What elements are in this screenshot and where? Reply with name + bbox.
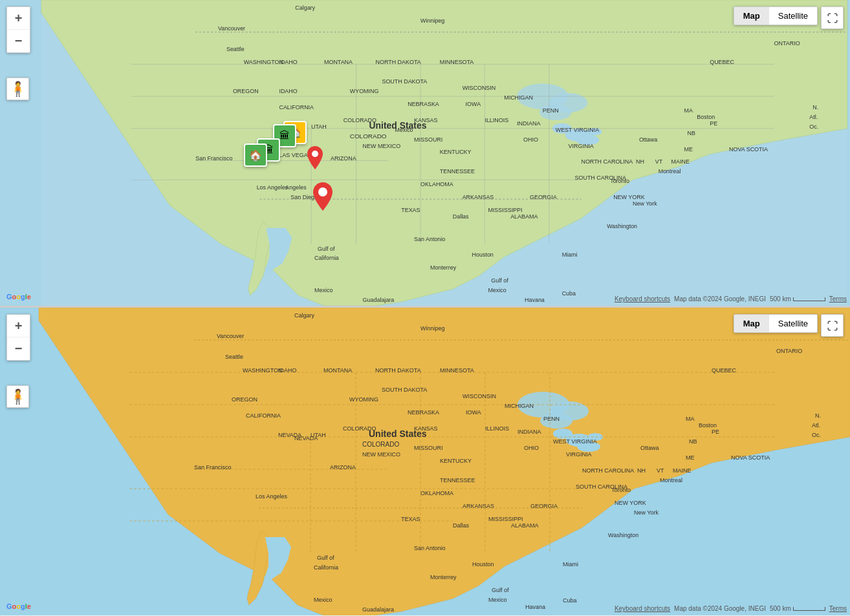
svg-text:Monterrey: Monterrey xyxy=(430,574,457,580)
svg-text:OREGON: OREGON xyxy=(232,396,257,403)
svg-text:OKLAHOMA: OKLAHOMA xyxy=(420,181,453,187)
bottom-map-type-controls: Map Satellite xyxy=(734,314,818,333)
bottom-map-pegman[interactable]: 🧍 xyxy=(6,385,29,408)
svg-text:MISSISSIPPI: MISSISSIPPI xyxy=(488,207,522,213)
svg-text:NORTH DAKOTA: NORTH DAKOTA xyxy=(375,59,420,65)
top-map-zoom-controls: + − xyxy=(6,6,30,53)
top-map-footer: Keyboard shortcuts Map data ©2024 Google… xyxy=(615,295,847,303)
bottom-map-footer: Keyboard shortcuts Map data ©2024 Google… xyxy=(615,605,847,612)
top-map-zoom-in[interactable]: + xyxy=(7,7,30,30)
svg-text:ME: ME xyxy=(686,454,695,461)
svg-text:Vancouver: Vancouver xyxy=(218,25,245,32)
bottom-map-data: Map data ©2024 Google, INEGI xyxy=(674,605,766,612)
top-map-marker-6[interactable]: 🏠 xyxy=(244,143,267,167)
top-map-marker-2[interactable] xyxy=(313,182,332,213)
bottom-map-type-satellite[interactable]: Satellite xyxy=(769,315,817,332)
svg-text:Angeles: Angeles xyxy=(285,184,307,191)
top-map-pegman[interactable]: 🧍 xyxy=(6,78,29,100)
top-map: Calgary Vancouver Seattle WASHINGTON ORE… xyxy=(0,0,850,308)
svg-text:Washington: Washington xyxy=(607,223,637,229)
svg-text:Mexico: Mexico xyxy=(314,287,332,293)
svg-text:VT: VT xyxy=(655,158,663,165)
svg-text:COLORADO: COLORADO xyxy=(350,133,387,140)
svg-text:SOUTH DAKOTA: SOUTH DAKOTA xyxy=(382,78,427,85)
svg-text:KENTUCKY: KENTUCKY xyxy=(440,149,472,155)
top-map-google-logo: Google xyxy=(6,293,31,301)
svg-text:WASHINGTON: WASHINGTON xyxy=(244,59,283,65)
google-b-e: e xyxy=(27,602,31,610)
svg-text:COLORADO: COLORADO xyxy=(362,441,399,448)
svg-text:Montreal: Montreal xyxy=(659,168,681,175)
svg-text:IOWA: IOWA xyxy=(466,101,481,107)
google-e: e xyxy=(27,293,31,301)
svg-text:Gulf of: Gulf of xyxy=(318,246,335,252)
svg-text:NORTH CAROLINA: NORTH CAROLINA xyxy=(581,158,633,165)
svg-text:Winnipeg: Winnipeg xyxy=(420,325,445,332)
svg-text:PENN: PENN xyxy=(543,416,560,422)
svg-text:GEORGIA: GEORGIA xyxy=(530,194,557,200)
svg-text:Seattle: Seattle xyxy=(226,46,245,52)
svg-text:KENTUCKY: KENTUCKY xyxy=(440,458,472,464)
svg-text:VIRGINIA: VIRGINIA xyxy=(569,143,594,149)
svg-text:TEXAS: TEXAS xyxy=(401,207,420,213)
svg-text:Washington: Washington xyxy=(608,532,638,538)
svg-text:MINNESOTA: MINNESOTA xyxy=(440,59,474,65)
svg-text:ARKANSAS: ARKANSAS xyxy=(463,503,494,509)
google-g2: g xyxy=(21,293,25,301)
svg-text:Oc.: Oc. xyxy=(809,123,818,130)
top-map-marker-1[interactable] xyxy=(307,146,323,172)
svg-text:Ottawa: Ottawa xyxy=(639,136,657,143)
svg-text:ARKANSAS: ARKANSAS xyxy=(463,194,494,200)
svg-text:MICHIGAN: MICHIGAN xyxy=(505,403,534,409)
top-map-type-controls: Map Satellite xyxy=(734,6,818,25)
svg-text:MA: MA xyxy=(684,107,692,114)
svg-text:ILLINOIS: ILLINOIS xyxy=(485,425,509,432)
svg-text:OHIO: OHIO xyxy=(523,136,538,143)
bottom-map-zoom-out[interactable]: − xyxy=(7,337,30,360)
svg-text:NEBRASKA: NEBRASKA xyxy=(408,409,439,416)
top-map-terms[interactable]: Terms xyxy=(829,295,847,303)
top-map-type-satellite[interactable]: Satellite xyxy=(769,7,817,25)
svg-text:ONTARIO: ONTARIO xyxy=(776,348,802,354)
svg-text:NH: NH xyxy=(637,467,646,474)
bottom-map-terms[interactable]: Terms xyxy=(829,605,847,612)
svg-text:ILLINOIS: ILLINOIS xyxy=(485,117,508,123)
bottom-map-zoom-in[interactable]: + xyxy=(7,315,30,337)
svg-text:PE: PE xyxy=(712,429,719,435)
svg-text:TEXAS: TEXAS xyxy=(401,516,420,522)
svg-text:NOVA SCOTIA: NOVA SCOTIA xyxy=(731,454,770,461)
svg-text:ME: ME xyxy=(684,146,692,153)
top-map-data: Map data ©2024 Google, INEGI xyxy=(674,295,766,303)
google-b-g2: g xyxy=(21,602,25,610)
svg-text:ONTARIO: ONTARIO xyxy=(774,40,800,47)
svg-text:WEST VIRGINIA: WEST VIRGINIA xyxy=(556,127,599,133)
top-map-keyboard-shortcuts[interactable]: Keyboard shortcuts xyxy=(615,295,670,303)
svg-text:OKLAHOMA: OKLAHOMA xyxy=(420,490,453,496)
svg-text:OREGON: OREGON xyxy=(233,88,259,94)
svg-text:SOUTH DAKOTA: SOUTH DAKOTA xyxy=(382,387,427,393)
bottom-map-scale-line xyxy=(793,607,825,611)
top-map-zoom-out[interactable]: − xyxy=(7,30,30,52)
svg-text:San Antonio: San Antonio xyxy=(414,545,446,551)
bottom-map-keyboard-shortcuts[interactable]: Keyboard shortcuts xyxy=(615,605,670,612)
svg-text:IDAHO: IDAHO xyxy=(279,88,297,94)
top-map-fullscreen[interactable] xyxy=(821,6,844,29)
svg-text:Boston: Boston xyxy=(697,114,715,120)
svg-text:Los Angeles: Los Angeles xyxy=(256,493,288,500)
svg-text:Dallas: Dallas xyxy=(453,522,470,529)
svg-text:CALIFORNIA: CALIFORNIA xyxy=(279,104,314,111)
bottom-map-fullscreen[interactable] xyxy=(821,314,844,337)
svg-text:Mexico: Mexico xyxy=(488,597,507,603)
bottom-map-zoom-controls: + − xyxy=(6,314,30,361)
svg-text:Cuba: Cuba xyxy=(563,597,577,604)
svg-text:Oc.: Oc. xyxy=(812,432,821,438)
top-map-type-map[interactable]: Map xyxy=(734,7,769,25)
svg-text:Miami: Miami xyxy=(562,251,578,258)
svg-text:Houston: Houston xyxy=(472,561,494,568)
svg-text:NEW YORK: NEW YORK xyxy=(613,194,645,200)
svg-text:Los Angeles: Los Angeles xyxy=(257,184,289,191)
svg-text:Atl.: Atl. xyxy=(812,422,820,429)
bottom-map-type-map[interactable]: Map xyxy=(734,315,769,332)
svg-text:MINNESOTA: MINNESOTA xyxy=(440,367,474,374)
svg-text:Havana: Havana xyxy=(525,297,545,303)
